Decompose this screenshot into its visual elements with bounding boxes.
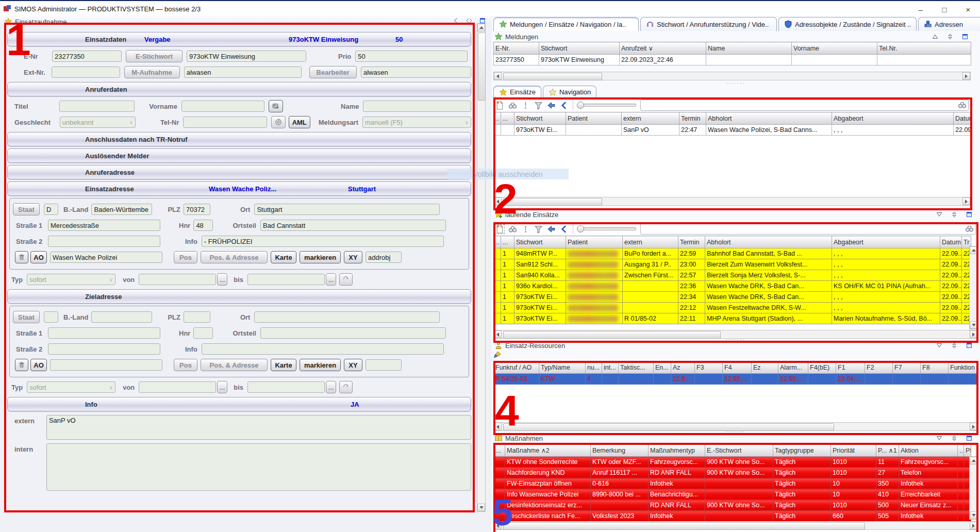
column-header[interactable]: ...: [958, 444, 964, 457]
slider-knob[interactable]: [577, 225, 584, 232]
scroll-up-button[interactable]: [477, 24, 485, 31]
von-field[interactable]: [139, 381, 216, 393]
column-header[interactable]: Abholort: [706, 112, 832, 125]
staat-button[interactable]: Staat: [13, 311, 40, 323]
column-header[interactable]: Abholort: [705, 236, 832, 248]
ortsteil-field[interactable]: Bad Cannstatt: [260, 220, 446, 231]
strasse2-field[interactable]: [48, 343, 160, 355]
name-field[interactable]: [363, 101, 471, 112]
pos-button[interactable]: Pos: [174, 359, 197, 371]
scroll-up-button[interactable]: [970, 246, 977, 254]
table-row[interactable]: 1973oKTW Ei...22:12Wasen Festzeltwache D…: [494, 303, 971, 313]
column-header[interactable]: Anrufzeit ∨: [620, 42, 706, 55]
meldungen-hscrollbar[interactable]: [493, 72, 971, 80]
resize-panel-icon[interactable]: [951, 435, 957, 441]
section-anruferadresse[interactable]: Anruferadresse: [7, 165, 471, 179]
maximize-panel-icon[interactable]: [966, 435, 972, 441]
column-header[interactable]: Name: [706, 42, 792, 55]
von-picker-button[interactable]: ...: [217, 381, 227, 393]
column-header[interactable]: ..: [494, 112, 501, 125]
meldungsart-select[interactable]: manuell (F5)∨: [362, 117, 471, 128]
column-header[interactable]: En...: [654, 361, 671, 374]
scroll-left-button[interactable]: [494, 522, 502, 529]
typ-select[interactable]: sofort∨: [27, 381, 115, 393]
refresh-button[interactable]: [339, 381, 353, 393]
zoom-slider[interactable]: [577, 227, 636, 230]
table-row[interactable]: KTW ohne SonderrechteKTW oder MZF...Fahr…: [494, 457, 971, 468]
contact-lookup-button[interactable]: [269, 100, 283, 112]
hnr-field[interactable]: 48: [193, 220, 213, 231]
aml-button[interactable]: AML: [289, 116, 310, 128]
scroll-right-button[interactable]: [970, 330, 977, 338]
column-header[interactable]: extern: [622, 112, 679, 125]
new-document-icon[interactable]: [495, 101, 504, 110]
chevron-left-icon[interactable]: [560, 101, 569, 110]
extern-textarea[interactable]: [46, 415, 471, 440]
column-header[interactable]: Maßnahme ∧2: [505, 444, 591, 457]
plz-field[interactable]: [184, 311, 210, 323]
table-row[interactable]: R 54/25-03KTW422:5...22:55:...22:55:...2…: [494, 374, 977, 385]
ao-button[interactable]: AO: [30, 359, 47, 371]
column-header[interactable]: Bemerkung: [591, 444, 649, 457]
einsatz-ressourcen-table[interactable]: Funkruf / AOTyp/Namenu...int...Taktisc..…: [493, 361, 977, 385]
scroll-left-button[interactable]: [494, 72, 502, 80]
column-header[interactable]: extern: [623, 236, 678, 248]
ext-nr-field[interactable]: [52, 66, 120, 78]
filter-icon[interactable]: [534, 225, 543, 234]
column-header[interactable]: F3: [695, 361, 723, 374]
close-button[interactable]: ×: [956, 2, 980, 16]
scroll-thumb[interactable]: [503, 522, 865, 530]
table-row[interactable]: 1San912 Schl...Ausgang 31 / P..23:00Bier…: [494, 259, 971, 270]
column-header[interactable]: Tagtypgruppe: [773, 444, 831, 457]
column-header[interactable]: Tel.Nr.: [877, 42, 971, 55]
column-header[interactable]: Termin: [679, 112, 706, 125]
column-header[interactable]: Ez: [752, 361, 778, 374]
arrow-left-icon[interactable]: [547, 225, 556, 234]
massnahmen-hscrollbar[interactable]: [493, 521, 978, 530]
arrow-left-icon[interactable]: [547, 101, 556, 110]
table-row[interactable]: Nachforderung KNDAnruf 116117 ...RD ANR …: [494, 468, 971, 478]
strasse1-field[interactable]: Mercedesstraße: [48, 220, 160, 231]
addrobj-field[interactable]: [366, 359, 402, 371]
staat-field[interactable]: [44, 311, 58, 323]
table-row[interactable]: 1San940 Kolla...Zwischen Fürst...22:57Bi…: [494, 270, 971, 281]
table-row[interactable]: Desinfektionseinsatz erz...RD ANR FALL90…: [494, 500, 971, 511]
collapse-panel-icon[interactable]: [936, 211, 942, 218]
strasse1-field[interactable]: [48, 327, 160, 339]
einsaetze-hscrollbar[interactable]: [493, 197, 971, 206]
column-header[interactable]: Datum: [954, 112, 971, 125]
scroll-left-button[interactable]: [494, 197, 502, 205]
scroll-thumb[interactable]: [503, 423, 834, 431]
scroll-right-button[interactable]: [970, 423, 977, 430]
column-header[interactable]: Typ/Name: [539, 361, 586, 374]
table-row[interactable]: 1936o Kardiol...22:36Wasen Wache DRK, S-…: [494, 281, 971, 292]
ort-field[interactable]: Stuttgart: [254, 204, 440, 215]
section-einsatzadresse[interactable]: Einsatzadresse Wasen Wache Poliz... Stut…: [7, 181, 471, 196]
markieren-button[interactable]: markieren: [300, 251, 341, 263]
column-header[interactable]: F2: [865, 361, 893, 374]
column-header[interactable]: ...: [494, 444, 505, 457]
search-input[interactable]: [640, 223, 976, 235]
maximize-panel-icon[interactable]: [966, 342, 972, 348]
adressobjekt-field[interactable]: Wasen Wache Polizei: [50, 252, 162, 263]
column-header[interactable]: nu...: [586, 361, 602, 374]
priority-icon[interactable]: [521, 225, 530, 234]
column-header[interactable]: Stichwort: [539, 42, 620, 55]
column-header[interactable]: ...: [501, 236, 514, 248]
scroll-right-button[interactable]: [962, 197, 970, 205]
column-header[interactable]: ..: [494, 236, 501, 248]
xy-button[interactable]: XY: [344, 251, 362, 263]
einsaetze-table[interactable]: .....StichwortPatientexternTerminAbholor…: [493, 112, 971, 136]
search-input[interactable]: [640, 99, 969, 111]
scroll-thumb[interactable]: [478, 32, 486, 101]
pos-adresse-button[interactable]: Pos. & Adresse: [201, 251, 268, 263]
section-anschlussdaten[interactable]: Anschlussdaten nach TR-Notruf: [7, 132, 471, 146]
search-binoculars-icon[interactable]: [958, 101, 967, 109]
splitter-handle[interactable]: ·······: [726, 80, 745, 86]
bis-field[interactable]: [247, 274, 325, 285]
prio-field[interactable]: 50: [355, 51, 468, 62]
tab-adressobjekte[interactable]: Adressobjekte / Zustände / Signalzeit ..: [778, 17, 917, 31]
e-stichwort-field[interactable]: 973oKTW Einweisung: [187, 51, 306, 62]
staat-button[interactable]: Staat: [13, 203, 40, 215]
column-header[interactable]: F1: [836, 361, 865, 374]
